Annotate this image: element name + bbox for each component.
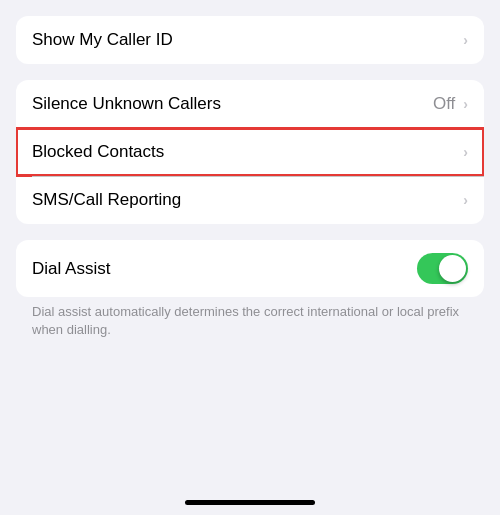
- chevron-icon: ›: [463, 96, 468, 112]
- silence-unknown-label: Silence Unknown Callers: [32, 94, 221, 114]
- settings-container: Show My Caller ID › Silence Unknown Call…: [0, 0, 500, 359]
- home-bar: [185, 500, 315, 505]
- chevron-icon: ›: [463, 144, 468, 160]
- callers-group: Silence Unknown Callers Off › Blocked Co…: [16, 80, 484, 224]
- dial-assist-section: Dial Assist Dial assist automatically de…: [0, 240, 500, 343]
- home-indicator: [0, 492, 500, 509]
- blocked-contacts-row[interactable]: Blocked Contacts ›: [16, 128, 484, 176]
- show-caller-id-row[interactable]: Show My Caller ID ›: [16, 16, 484, 64]
- show-caller-id-label: Show My Caller ID: [32, 30, 173, 50]
- silence-unknown-value: Off: [433, 94, 455, 114]
- dial-assist-row[interactable]: Dial Assist: [16, 240, 484, 297]
- dial-assist-group: Dial Assist: [16, 240, 484, 297]
- sms-call-reporting-label: SMS/Call Reporting: [32, 190, 181, 210]
- dial-assist-label: Dial Assist: [32, 259, 110, 279]
- caller-id-group: Show My Caller ID ›: [16, 16, 484, 64]
- toggle-knob: [439, 255, 466, 282]
- chevron-icon: ›: [463, 192, 468, 208]
- sms-call-reporting-row[interactable]: SMS/Call Reporting ›: [16, 176, 484, 224]
- dial-assist-toggle[interactable]: [417, 253, 468, 284]
- chevron-icon: ›: [463, 32, 468, 48]
- blocked-contacts-label: Blocked Contacts: [32, 142, 164, 162]
- dial-assist-description: Dial assist automatically determines the…: [0, 297, 500, 343]
- silence-unknown-row[interactable]: Silence Unknown Callers Off ›: [16, 80, 484, 128]
